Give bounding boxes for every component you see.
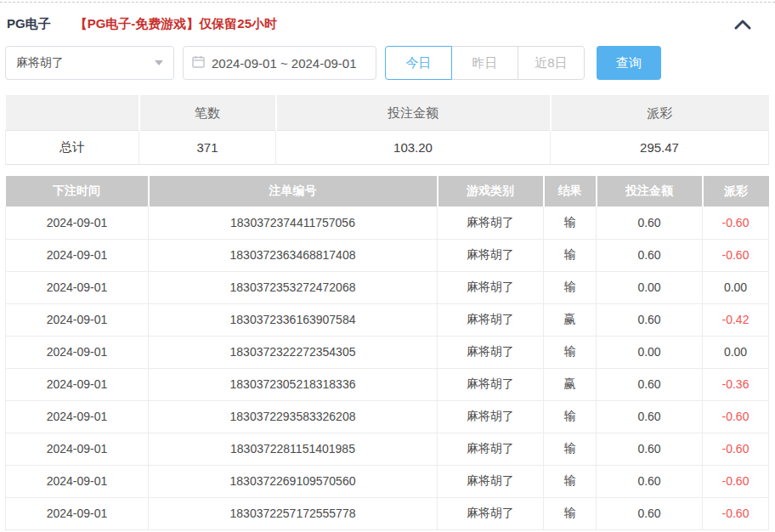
table-row: 2024-09-01 1830372257172555778 麻将胡了 输 0.… [6, 497, 769, 529]
panel-notice: 【PG电子-免费游戏】仅保留25小时 [75, 16, 277, 32]
table-row: 2024-09-01 1830372363468817408 麻将胡了 输 0.… [6, 239, 769, 271]
cell-payout: -0.60 [703, 400, 769, 433]
cell-result: 输 [544, 400, 597, 433]
cell-bet-amount: 0.00 [597, 271, 703, 303]
cell-bet-time: 2024-09-01 [6, 271, 149, 303]
cell-bet-amount: 0.60 [597, 400, 703, 433]
cell-result: 输 [544, 207, 597, 239]
cell-result: 赢 [544, 303, 597, 336]
table-row: 2024-09-01 1830372322272354305 麻将胡了 输 0.… [6, 336, 769, 368]
cell-bet-time: 2024-09-01 [6, 207, 149, 239]
cell-bet-time: 2024-09-01 [6, 465, 149, 497]
cell-game-type: 麻将胡了 [438, 433, 544, 465]
last-8-days-button[interactable]: 近8日 [518, 46, 585, 80]
cell-bet-amount: 0.00 [597, 336, 703, 368]
date-range-value: 2024-09-01 ~ 2024-09-01 [212, 56, 357, 71]
cell-order-id: 1830372374411757056 [149, 207, 438, 239]
table-row: 2024-09-01 1830372305218318336 麻将胡了 赢 0.… [6, 368, 769, 400]
summary-header-row: 笔数 投注金额 派彩 [6, 96, 769, 131]
records-header-row: 下注时间 注单编号 游戏类别 结果 投注金额 派彩 [6, 176, 769, 207]
cell-bet-amount: 0.60 [597, 303, 703, 336]
today-button[interactable]: 今日 [385, 46, 452, 80]
cell-game-type: 麻将胡了 [438, 271, 544, 303]
table-row: 2024-09-01 1830372269109570560 麻将胡了 输 0.… [6, 465, 769, 497]
cell-payout: -0.60 [703, 465, 769, 497]
header-bet-amount: 投注金额 [597, 176, 703, 207]
cell-order-id: 1830372305218318336 [149, 368, 438, 400]
table-row: 2024-09-01 1830372281151401985 麻将胡了 输 0.… [6, 433, 769, 465]
cell-bet-amount: 0.60 [597, 433, 703, 465]
summary-total-bet-amount: 103.20 [276, 131, 551, 165]
cell-result: 赢 [544, 368, 597, 400]
summary-table: 笔数 投注金额 派彩 总计 371 103.20 295.47 [5, 95, 769, 165]
cell-bet-time: 2024-09-01 [6, 433, 149, 465]
cell-game-type: 麻将胡了 [438, 400, 544, 433]
summary-header-bet-amount: 投注金额 [276, 96, 551, 131]
cell-game-type: 麻将胡了 [438, 497, 544, 529]
chevron-up-icon [734, 20, 751, 32]
cell-game-type: 麻将胡了 [438, 303, 544, 336]
cell-result: 输 [544, 497, 597, 529]
cell-game-type: 麻将胡了 [438, 465, 544, 497]
cell-game-type: 麻将胡了 [438, 336, 544, 368]
cell-bet-time: 2024-09-01 [6, 336, 149, 368]
yesterday-button[interactable]: 昨日 [451, 46, 518, 80]
calendar-icon [192, 55, 205, 71]
cell-game-type: 麻将胡了 [438, 207, 544, 239]
summary-header-count: 笔数 [139, 96, 276, 131]
summary-total-payout: 295.47 [551, 131, 769, 165]
cell-payout: -0.42 [703, 303, 769, 336]
cell-result: 输 [544, 239, 597, 271]
cell-payout: 0.00 [703, 271, 769, 303]
cell-bet-time: 2024-09-01 [6, 368, 149, 400]
cell-payout: 0.00 [703, 336, 769, 368]
cell-game-type: 麻将胡了 [438, 239, 544, 271]
table-row: 2024-09-01 1830372336163907584 麻将胡了 赢 0.… [6, 303, 769, 336]
cell-order-id: 1830372293583326208 [149, 400, 438, 433]
cell-game-type: 麻将胡了 [438, 368, 544, 400]
cell-result: 输 [544, 336, 597, 368]
panel-header: PG电子 【PG电子-免费游戏】仅保留25小时 [5, 3, 768, 42]
header-result: 结果 [544, 176, 597, 207]
table-row: 2024-09-01 1830372374411757056 麻将胡了 输 0.… [6, 207, 769, 239]
cell-result: 输 [544, 433, 597, 465]
cell-order-id: 1830372336163907584 [149, 303, 438, 336]
quick-date-button-group: 今日 昨日 近8日 [385, 46, 585, 80]
cell-order-id: 1830372322272354305 [149, 336, 438, 368]
cell-bet-amount: 0.60 [597, 497, 703, 529]
query-button[interactable]: 查询 [597, 46, 661, 80]
summary-total-label: 总计 [6, 131, 139, 165]
cell-result: 输 [544, 465, 597, 497]
game-select[interactable]: 麻将胡了 [5, 46, 174, 80]
summary-header-payout: 派彩 [551, 96, 769, 131]
cell-bet-amount: 0.60 [597, 368, 703, 400]
cell-bet-time: 2024-09-01 [6, 497, 149, 529]
header-game-type: 游戏类别 [438, 176, 544, 207]
summary-header-blank [6, 96, 139, 131]
summary-total-row: 总计 371 103.20 295.47 [6, 131, 769, 165]
header-order-id: 注单编号 [149, 176, 438, 207]
cell-payout: -0.60 [703, 239, 769, 271]
cell-payout: -0.60 [703, 207, 769, 239]
panel-title: PG电子 [7, 16, 51, 32]
cell-bet-time: 2024-09-01 [6, 239, 149, 271]
date-range-picker[interactable]: 2024-09-01 ~ 2024-09-01 [183, 46, 376, 80]
collapse-button[interactable] [734, 20, 751, 30]
cell-order-id: 1830372281151401985 [149, 433, 438, 465]
game-select-value: 麻将胡了 [16, 55, 155, 71]
cell-bet-time: 2024-09-01 [6, 303, 149, 336]
table-row: 2024-09-01 1830372353272472068 麻将胡了 输 0.… [6, 271, 769, 303]
cell-order-id: 1830372257172555778 [149, 497, 438, 529]
header-bet-time: 下注时间 [6, 176, 149, 207]
cell-bet-amount: 0.60 [597, 207, 703, 239]
pg-records-panel: PG电子 【PG电子-免费游戏】仅保留25小时 麻将胡了 2024-09-01 … [0, 2, 775, 532]
cell-payout: -0.60 [703, 497, 769, 529]
cell-order-id: 1830372353272472068 [149, 271, 438, 303]
filter-controls: 麻将胡了 2024-09-01 ~ 2024-09-01 今日 昨日 近8日 查… [5, 46, 768, 80]
cell-result: 输 [544, 271, 597, 303]
summary-total-count: 371 [139, 131, 276, 165]
table-row: 2024-09-01 1830372293583326208 麻将胡了 输 0.… [6, 400, 769, 433]
cell-payout: -0.60 [703, 433, 769, 465]
cell-bet-amount: 0.60 [597, 239, 703, 271]
cell-order-id: 1830372363468817408 [149, 239, 438, 271]
